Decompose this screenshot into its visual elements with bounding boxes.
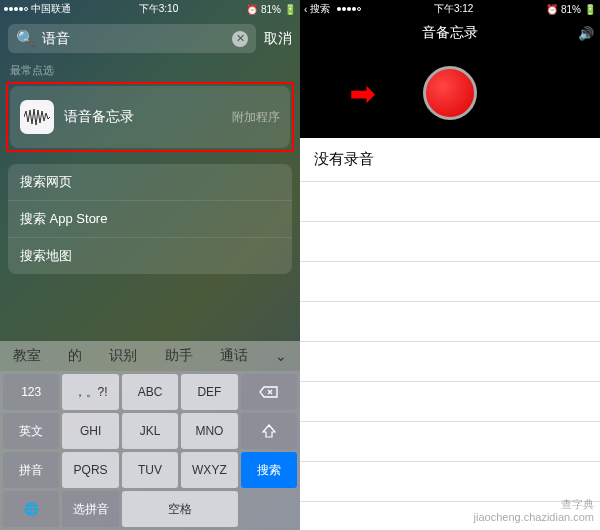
key-wxyz[interactable]: WXYZ: [181, 452, 237, 488]
list-item: [300, 182, 600, 222]
status-left: 中国联通: [4, 2, 71, 16]
record-area: ➡: [300, 48, 600, 138]
search-result[interactable]: 语音备忘录 附加程序: [10, 86, 290, 148]
list-item: [300, 262, 600, 302]
cancel-button[interactable]: 取消: [264, 30, 292, 48]
highlight-box: 语音备忘录 附加程序: [6, 82, 294, 152]
page-title: 音备忘录: [422, 24, 478, 42]
chevron-down-icon[interactable]: ⌄: [275, 348, 287, 364]
search-row: 🔍 ✕ 取消: [0, 18, 300, 59]
list-item: [300, 222, 600, 262]
recordings-list: [300, 181, 600, 502]
globe-icon: 🌐: [24, 502, 39, 516]
watermark-line2: jiaocheng.chazidian.com: [474, 511, 594, 524]
watermark: 查字典 jiaocheng.chazidian.com: [474, 498, 594, 524]
empty-message: 没有录音: [300, 138, 600, 181]
key-space[interactable]: 空格: [122, 491, 238, 527]
candidate[interactable]: 识别: [109, 347, 137, 365]
signal-dots-icon: [337, 7, 361, 11]
status-right: ⏰ 81% 🔋: [546, 4, 596, 15]
carrier-label: 中国联通: [31, 2, 71, 16]
battery-percent: 81%: [261, 4, 281, 15]
status-bar: 中国联通 下午3:10 ⏰ 81% 🔋: [0, 0, 300, 18]
list-item: [300, 302, 600, 342]
key-def[interactable]: DEF: [181, 374, 237, 410]
watermark-line1: 查字典: [474, 498, 594, 511]
speaker-icon[interactable]: 🔊: [578, 26, 594, 41]
candidate[interactable]: 助手: [165, 347, 193, 365]
suggestion-item[interactable]: 搜索 App Store: [8, 201, 292, 238]
search-box[interactable]: 🔍 ✕: [8, 24, 256, 53]
globe-key[interactable]: 🌐: [3, 491, 59, 527]
chevron-left-icon[interactable]: ‹: [304, 4, 307, 15]
result-name: 语音备忘录: [64, 108, 222, 126]
clear-button[interactable]: ✕: [232, 31, 248, 47]
key-123[interactable]: 123: [3, 374, 59, 410]
suggestion-item[interactable]: 搜索地图: [8, 238, 292, 274]
suggestion-item[interactable]: 搜索网页: [8, 164, 292, 201]
key-ghi[interactable]: GHI: [62, 413, 118, 449]
backspace-icon: [259, 385, 279, 399]
battery-percent: 81%: [561, 4, 581, 15]
status-time: 下午3:10: [139, 2, 178, 16]
key-abc[interactable]: ABC: [122, 374, 178, 410]
key-english[interactable]: 英文: [3, 413, 59, 449]
list-item: [300, 382, 600, 422]
search-key[interactable]: 搜索: [241, 452, 297, 488]
alarm-icon: ⏰: [246, 4, 258, 15]
signal-dots-icon: [4, 7, 28, 11]
record-button[interactable]: [423, 66, 477, 120]
nav-bar: 音备忘录 🔊: [300, 18, 600, 48]
search-icon: 🔍: [16, 29, 36, 48]
status-bar: ‹ 搜索 下午3:12 ⏰ 81% 🔋: [300, 0, 600, 18]
annotation-arrow-icon: ➡: [350, 76, 375, 111]
search-input[interactable]: [42, 31, 226, 47]
list-item: [300, 342, 600, 382]
key-pinyin[interactable]: 拼音: [3, 452, 59, 488]
key-jkl[interactable]: JKL: [122, 413, 178, 449]
key-punct[interactable]: ，。?!: [62, 374, 118, 410]
voice-memo-app-icon: [20, 100, 54, 134]
battery-icon: 🔋: [584, 4, 596, 15]
list-item: [300, 422, 600, 462]
key-pqrs[interactable]: PQRS: [62, 452, 118, 488]
list-item: [300, 462, 600, 502]
status-time: 下午3:12: [434, 2, 473, 16]
candidate[interactable]: 的: [68, 347, 82, 365]
status-left: ‹ 搜索: [304, 2, 361, 16]
backspace-key[interactable]: [241, 374, 297, 410]
candidate[interactable]: 教室: [13, 347, 41, 365]
status-right: ⏰ 81% 🔋: [246, 4, 296, 15]
back-label[interactable]: 搜索: [310, 2, 330, 16]
key-tuv[interactable]: TUV: [122, 452, 178, 488]
keyboard: 123 ，。?! ABC DEF 英文 GHI JKL MNO 拼音 PQRS …: [0, 371, 300, 530]
left-screenshot: 中国联通 下午3:10 ⏰ 81% 🔋 🔍 ✕ 取消 最常点选 语音备忘录 附加…: [0, 0, 300, 530]
candidate[interactable]: 通话: [220, 347, 248, 365]
result-tag: 附加程序: [232, 109, 280, 126]
key-select-pinyin[interactable]: 选拼音: [62, 491, 118, 527]
section-label: 最常点选: [0, 59, 300, 82]
battery-icon: 🔋: [284, 4, 296, 15]
caps-icon: [261, 423, 277, 439]
suggestion-list: 搜索网页 搜索 App Store 搜索地图: [8, 164, 292, 274]
alarm-icon: ⏰: [546, 4, 558, 15]
key-mno[interactable]: MNO: [181, 413, 237, 449]
right-screenshot: ‹ 搜索 下午3:12 ⏰ 81% 🔋 音备忘录 🔊 ➡ 没有录音: [300, 0, 600, 530]
candidate-bar: 教室 的 识别 助手 通话 ⌄: [0, 341, 300, 371]
caps-key[interactable]: [241, 413, 297, 449]
